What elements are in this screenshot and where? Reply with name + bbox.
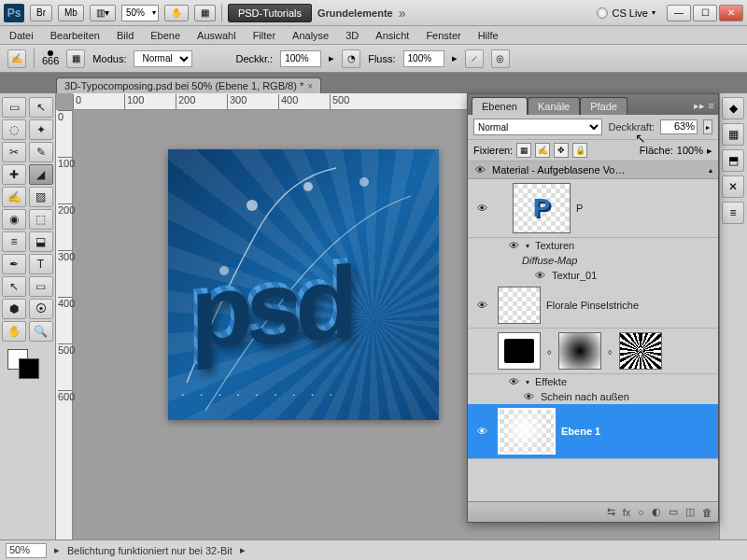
textur01-item[interactable]: 👁Textur_01 (468, 268, 718, 283)
workspace-more-icon[interactable]: » (399, 6, 406, 21)
flow-input[interactable] (403, 50, 444, 67)
tab-pfade[interactable]: Pfade (580, 97, 627, 115)
mask-thumb[interactable] (558, 332, 601, 370)
layer-name[interactable]: Florale Pinselstriche (546, 300, 714, 311)
group-icon[interactable]: ▭ (669, 506, 678, 518)
lasso-tool[interactable]: ◌ (2, 119, 26, 140)
visibility-icon[interactable]: 👁 (475, 300, 488, 311)
menu-analyse[interactable]: Analyse (292, 30, 329, 41)
menu-filter[interactable]: Filter (253, 30, 275, 41)
3d-tool[interactable]: ⬢ (2, 299, 26, 319)
layer-thumb[interactable] (498, 287, 541, 324)
panel-icon-2[interactable]: ▦ (722, 123, 744, 146)
layer-row-adjustment[interactable]: ⬨ ⬨ (468, 329, 718, 374)
status-zoom-input[interactable]: 50% (6, 543, 47, 558)
lock-transparency-icon[interactable]: ▦ (516, 143, 531, 158)
adjustment-icon[interactable]: ◐ (652, 506, 661, 518)
workspace-grundelemente[interactable]: Grundelemente (317, 7, 393, 19)
material-group-header[interactable]: 👁 Material - Aufgeblasene Vo… ▴ (468, 161, 718, 179)
layer-thumb[interactable] (498, 408, 556, 455)
window-close-button[interactable]: ✕ (719, 5, 743, 21)
status-menu-icon[interactable]: ▸ (240, 544, 246, 556)
path-select-tool[interactable]: ↖ (2, 276, 26, 297)
menu-ebene[interactable]: Ebene (150, 30, 180, 41)
layer-opacity-input[interactable]: 63% (660, 119, 698, 134)
minibridge-button[interactable]: Mb (58, 5, 84, 21)
zoom-select[interactable]: 50% (121, 5, 159, 21)
blur-tool[interactable]: ≡ (2, 231, 26, 252)
link-layers-icon[interactable]: ⇆ (607, 506, 615, 518)
cslive-button[interactable]: CS Live ▾ (597, 7, 655, 19)
mask-icon[interactable]: ○ (638, 507, 644, 518)
layer-name[interactable]: P (576, 203, 714, 214)
layer-row-ebene1[interactable]: 👁 Ebene 1 (468, 404, 718, 459)
window-maximize-button[interactable]: ☐ (693, 5, 717, 21)
eraser-tool[interactable]: ◉ (2, 209, 26, 230)
lock-position-icon[interactable]: ✥ (554, 143, 569, 158)
panel-icon-4[interactable]: ✕ (722, 175, 744, 198)
adjustment-thumb[interactable] (498, 332, 541, 370)
tool-preset-icon[interactable]: ✍ (7, 49, 26, 68)
visibility-icon[interactable]: 👁 (475, 426, 488, 437)
pressure-opacity-icon[interactable]: ◔ (342, 49, 360, 68)
hand-tool[interactable]: ✋ (2, 321, 26, 342)
pressure-size-icon[interactable]: ◎ (491, 49, 510, 68)
layer-thumb[interactable]: P (513, 183, 571, 233)
menu-3d[interactable]: 3D (345, 30, 359, 41)
outer-glow-item[interactable]: 👁Schein nach außen (468, 389, 718, 404)
menu-bearbeiten[interactable]: Bearbeiten (50, 30, 100, 41)
move-tool[interactable]: ▭ (2, 97, 26, 118)
background-color[interactable] (19, 358, 39, 379)
crop-tool[interactable]: ✂ (2, 142, 26, 162)
fill-input[interactable]: 100% (677, 145, 703, 156)
visibility-icon[interactable]: 👁 (475, 203, 488, 214)
layer-blend-select[interactable]: Normal (473, 119, 602, 135)
brush-panel-icon[interactable]: ▦ (66, 49, 85, 68)
eyedropper-tool[interactable]: ✎ (29, 142, 53, 162)
layer-row-p[interactable]: 👁 P P (468, 179, 718, 238)
menu-fenster[interactable]: Fenster (426, 30, 460, 41)
flow-arrow-icon[interactable]: ▸ (452, 52, 458, 64)
fill-arrow[interactable]: ▸ (707, 145, 712, 157)
document-canvas[interactable]: psd · · · · · · · · · (168, 149, 439, 420)
textures-toggle[interactable]: 👁▾Texturen (468, 238, 718, 253)
window-minimize-button[interactable]: — (667, 5, 691, 21)
trash-icon[interactable]: 🗑 (702, 507, 712, 518)
opacity-input[interactable] (280, 50, 321, 67)
fx-icon[interactable]: fx (623, 507, 631, 518)
status-play-icon[interactable]: ▸ (54, 544, 60, 556)
effects-toggle[interactable]: 👁▾Effekte (468, 374, 718, 389)
color-swatches[interactable] (2, 347, 53, 381)
shape-tool[interactable]: ▭ (29, 276, 53, 297)
history-brush-tool[interactable]: ▨ (29, 187, 53, 207)
blend-mode-select[interactable]: Normal (134, 50, 192, 67)
close-tab-icon[interactable]: × (307, 81, 313, 91)
brush-tool[interactable]: ◢ (29, 164, 53, 185)
lock-all-icon[interactable]: 🔒 (572, 143, 587, 158)
airbrush-icon[interactable]: ⟋ (465, 49, 484, 68)
extras-icon[interactable]: ▦ (194, 5, 216, 21)
pen-tool[interactable]: ✒ (2, 254, 26, 274)
menu-hilfe[interactable]: Hilfe (478, 30, 499, 41)
bridge-button[interactable]: Br (30, 5, 52, 21)
collapse-icon[interactable]: ▴ (709, 166, 712, 175)
menu-auswahl[interactable]: Auswahl (197, 30, 236, 41)
new-layer-icon[interactable]: ◫ (685, 506, 695, 518)
type-tool[interactable]: T (29, 254, 53, 274)
3d-camera-tool[interactable]: ⦿ (29, 299, 53, 319)
rays-thumb[interactable] (619, 332, 662, 370)
layer-opacity-arrow[interactable]: ▸ (703, 119, 712, 134)
layer-row-floral[interactable]: 👁 Florale Pinselstriche (468, 283, 718, 329)
marquee-tool[interactable]: ↖ (29, 97, 53, 118)
panel-icon-1[interactable]: ◆ (722, 97, 744, 119)
menu-datei[interactable]: Datei (9, 30, 34, 41)
visibility-icon[interactable]: 👁 (473, 164, 486, 175)
opacity-arrow-icon[interactable]: ▸ (329, 52, 334, 64)
zoom-tool[interactable]: 🔍 (29, 321, 53, 342)
panel-icon-5[interactable]: ≡ (722, 202, 744, 224)
lock-pixels-icon[interactable]: ✍ (535, 143, 550, 158)
tab-ebenen[interactable]: Ebenen (472, 97, 528, 115)
layer-name[interactable]: Ebene 1 (561, 426, 714, 437)
panel-icon-3[interactable]: ⬒ (722, 149, 744, 172)
brush-preview[interactable]: 666 (42, 50, 59, 66)
